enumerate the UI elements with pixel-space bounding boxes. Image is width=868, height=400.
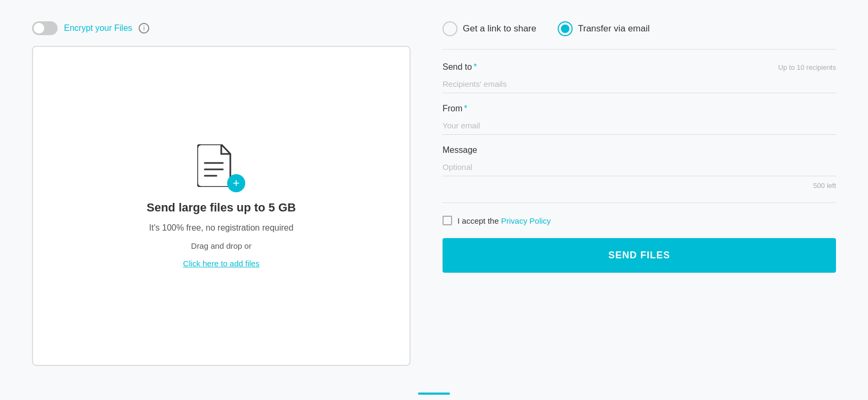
- left-panel: Encrypt your Files i + Send large files …: [32, 21, 411, 366]
- recipients-hint: Up to 10 recipients: [778, 63, 836, 71]
- send-files-button[interactable]: SEND FILES: [443, 238, 836, 273]
- privacy-policy-link[interactable]: Privacy Policy: [501, 216, 551, 225]
- drop-zone[interactable]: + Send large files up to 5 GB It's 100% …: [32, 46, 411, 366]
- send-to-input[interactable]: [443, 75, 836, 93]
- file-icon-wrapper: +: [197, 144, 245, 192]
- message-input[interactable]: [443, 158, 836, 176]
- message-field-group: Message 500 left: [443, 145, 836, 190]
- plus-badge-icon: +: [227, 174, 245, 192]
- send-to-field-group: Send to* Up to 10 recipients: [443, 62, 836, 93]
- from-input[interactable]: [443, 117, 836, 135]
- option-get-link[interactable]: Get a link to share: [443, 21, 536, 36]
- click-to-add-link[interactable]: Click here to add files: [183, 259, 259, 268]
- send-to-label: Send to*: [443, 62, 477, 72]
- bottom-bar: [418, 393, 450, 395]
- option-email-label: Transfer via email: [578, 23, 649, 34]
- drag-text: Drag and drop or: [191, 241, 251, 250]
- bottom-indicator: [0, 387, 868, 400]
- message-label: Message: [443, 145, 836, 155]
- drop-title: Send large files up to 5 GB: [147, 201, 296, 215]
- option-link-label: Get a link to share: [463, 23, 536, 34]
- right-panel: Get a link to share Transfer via email S…: [443, 21, 836, 366]
- divider-bottom: [443, 202, 836, 203]
- form-section: Send to* Up to 10 recipients From* Messa…: [443, 62, 836, 190]
- privacy-checkbox[interactable]: [443, 216, 452, 225]
- encrypt-row: Encrypt your Files i: [32, 21, 411, 35]
- encrypt-toggle[interactable]: [32, 21, 58, 35]
- encrypt-label: Encrypt your Files: [64, 23, 132, 33]
- drop-subtitle: It's 100% free, no registration required: [149, 223, 294, 233]
- info-icon[interactable]: i: [139, 23, 149, 34]
- char-count: 500 left: [443, 182, 836, 190]
- accept-row: I accept the Privacy Policy: [443, 216, 836, 225]
- from-label: From*: [443, 104, 836, 113]
- radio-get-link[interactable]: [443, 21, 457, 36]
- divider-top: [443, 49, 836, 50]
- transfer-options: Get a link to share Transfer via email: [443, 21, 836, 36]
- option-transfer-email[interactable]: Transfer via email: [558, 21, 649, 36]
- from-field-group: From*: [443, 104, 836, 135]
- accept-text: I accept the Privacy Policy: [457, 216, 551, 225]
- radio-transfer-email[interactable]: [558, 21, 573, 36]
